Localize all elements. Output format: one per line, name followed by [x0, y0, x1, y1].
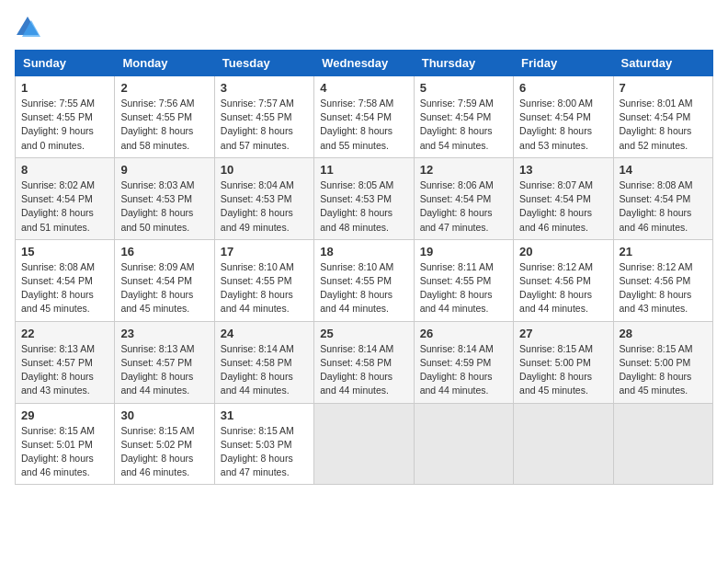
calendar-day-cell: 28 Sunrise: 8:15 AM Sunset: 5:00 PM Dayl… — [613, 321, 712, 403]
calendar-day-cell — [514, 403, 613, 485]
weekday-header: Sunday — [16, 51, 115, 76]
weekday-header: Thursday — [414, 51, 513, 76]
calendar-day-cell: 16 Sunrise: 8:09 AM Sunset: 4:54 PM Dayl… — [115, 239, 214, 321]
day-number: 3 — [221, 81, 308, 95]
day-info: Sunrise: 8:06 AM Sunset: 4:54 PM Dayligh… — [420, 178, 507, 235]
day-info: Sunrise: 7:55 AM Sunset: 4:55 PM Dayligh… — [21, 97, 108, 153]
day-info: Sunrise: 8:08 AM Sunset: 4:54 PM Dayligh… — [21, 260, 108, 316]
calendar-day-cell: 11 Sunrise: 8:05 AM Sunset: 4:53 PM Dayl… — [314, 157, 414, 239]
day-number: 27 — [519, 327, 607, 340]
day-number: 2 — [120, 81, 208, 95]
calendar-day-cell: 13 Sunrise: 8:07 AM Sunset: 4:54 PM Dayl… — [514, 157, 613, 239]
day-info: Sunrise: 8:11 AM Sunset: 4:55 PM Dayligh… — [420, 260, 507, 316]
day-info: Sunrise: 8:12 AM Sunset: 4:56 PM Dayligh… — [519, 260, 607, 316]
day-info: Sunrise: 7:56 AM Sunset: 4:55 PM Dayligh… — [120, 97, 208, 153]
calendar-day-cell: 1 Sunrise: 7:55 AM Sunset: 4:55 PM Dayli… — [16, 76, 115, 158]
day-number: 30 — [120, 408, 208, 422]
calendar-day-cell: 2 Sunrise: 7:56 AM Sunset: 4:55 PM Dayli… — [115, 76, 214, 158]
day-info: Sunrise: 8:01 AM Sunset: 4:54 PM Dayligh… — [620, 97, 707, 153]
day-info: Sunrise: 8:15 AM Sunset: 5:01 PM Dayligh… — [21, 424, 108, 480]
day-info: Sunrise: 8:03 AM Sunset: 4:53 PM Dayligh… — [120, 178, 208, 235]
calendar-day-cell: 20 Sunrise: 8:12 AM Sunset: 4:56 PM Dayl… — [514, 239, 613, 321]
day-info: Sunrise: 8:13 AM Sunset: 4:57 PM Dayligh… — [120, 342, 208, 398]
day-number: 15 — [21, 245, 108, 259]
day-number: 17 — [221, 245, 308, 259]
day-number: 4 — [320, 81, 407, 95]
logo-icon — [15, 15, 40, 40]
calendar-day-cell: 9 Sunrise: 8:03 AM Sunset: 4:53 PM Dayli… — [115, 157, 214, 239]
page-header — [15, 15, 713, 40]
weekday-header: Saturday — [613, 51, 712, 76]
day-number: 24 — [221, 327, 308, 340]
day-number: 13 — [519, 163, 607, 177]
day-info: Sunrise: 8:09 AM Sunset: 4:54 PM Dayligh… — [120, 260, 208, 316]
day-info: Sunrise: 8:05 AM Sunset: 4:53 PM Dayligh… — [320, 178, 407, 235]
calendar-table: SundayMondayTuesdayWednesdayThursdayFrid… — [15, 50, 713, 485]
calendar-day-cell: 12 Sunrise: 8:06 AM Sunset: 4:54 PM Dayl… — [414, 157, 513, 239]
calendar-day-cell: 6 Sunrise: 8:00 AM Sunset: 4:54 PM Dayli… — [514, 76, 613, 158]
calendar-week-row: 22 Sunrise: 8:13 AM Sunset: 4:57 PM Dayl… — [16, 321, 713, 403]
day-info: Sunrise: 8:14 AM Sunset: 4:59 PM Dayligh… — [420, 342, 507, 398]
day-number: 9 — [120, 163, 208, 177]
calendar-day-cell: 30 Sunrise: 8:15 AM Sunset: 5:02 PM Dayl… — [115, 403, 214, 485]
day-number: 8 — [21, 163, 108, 177]
day-info: Sunrise: 8:10 AM Sunset: 4:55 PM Dayligh… — [221, 260, 308, 316]
day-number: 31 — [221, 408, 308, 422]
day-info: Sunrise: 7:57 AM Sunset: 4:55 PM Dayligh… — [221, 97, 308, 153]
calendar-day-cell: 7 Sunrise: 8:01 AM Sunset: 4:54 PM Dayli… — [613, 76, 712, 158]
calendar-day-cell — [314, 403, 414, 485]
day-info: Sunrise: 8:02 AM Sunset: 4:54 PM Dayligh… — [21, 178, 108, 235]
calendar-day-cell: 8 Sunrise: 8:02 AM Sunset: 4:54 PM Dayli… — [16, 157, 115, 239]
weekday-header: Wednesday — [314, 51, 414, 76]
day-number: 16 — [120, 245, 208, 259]
day-info: Sunrise: 8:07 AM Sunset: 4:54 PM Dayligh… — [519, 178, 607, 235]
weekday-header: Tuesday — [214, 51, 313, 76]
day-number: 20 — [519, 245, 607, 259]
calendar-day-cell: 14 Sunrise: 8:08 AM Sunset: 4:54 PM Dayl… — [613, 157, 712, 239]
day-number: 10 — [221, 163, 308, 177]
logo — [15, 15, 44, 40]
calendar-day-cell: 26 Sunrise: 8:14 AM Sunset: 4:59 PM Dayl… — [414, 321, 513, 403]
calendar-day-cell: 5 Sunrise: 7:59 AM Sunset: 4:54 PM Dayli… — [414, 76, 513, 158]
calendar-week-row: 8 Sunrise: 8:02 AM Sunset: 4:54 PM Dayli… — [16, 157, 713, 239]
calendar-day-cell: 15 Sunrise: 8:08 AM Sunset: 4:54 PM Dayl… — [16, 239, 115, 321]
weekday-header: Friday — [514, 51, 613, 76]
calendar-day-cell: 3 Sunrise: 7:57 AM Sunset: 4:55 PM Dayli… — [214, 76, 313, 158]
calendar-day-cell: 18 Sunrise: 8:10 AM Sunset: 4:55 PM Dayl… — [314, 239, 414, 321]
calendar-day-cell: 25 Sunrise: 8:14 AM Sunset: 4:58 PM Dayl… — [314, 321, 414, 403]
day-info: Sunrise: 8:08 AM Sunset: 4:54 PM Dayligh… — [620, 178, 707, 235]
day-number: 5 — [420, 81, 507, 95]
day-number: 18 — [320, 245, 407, 259]
calendar-day-cell: 24 Sunrise: 8:14 AM Sunset: 4:58 PM Dayl… — [214, 321, 313, 403]
calendar-day-cell: 21 Sunrise: 8:12 AM Sunset: 4:56 PM Dayl… — [613, 239, 712, 321]
day-number: 23 — [120, 327, 208, 340]
calendar-week-row: 1 Sunrise: 7:55 AM Sunset: 4:55 PM Dayli… — [16, 76, 713, 158]
day-number: 26 — [420, 327, 507, 340]
day-info: Sunrise: 8:12 AM Sunset: 4:56 PM Dayligh… — [620, 260, 707, 316]
day-number: 25 — [320, 327, 407, 340]
day-number: 1 — [21, 81, 108, 95]
day-number: 22 — [21, 327, 108, 340]
calendar-header-row: SundayMondayTuesdayWednesdayThursdayFrid… — [16, 51, 713, 76]
day-number: 19 — [420, 245, 507, 259]
calendar-day-cell: 27 Sunrise: 8:15 AM Sunset: 5:00 PM Dayl… — [514, 321, 613, 403]
day-number: 29 — [21, 408, 108, 422]
day-number: 11 — [320, 163, 407, 177]
day-info: Sunrise: 8:10 AM Sunset: 4:55 PM Dayligh… — [320, 260, 407, 316]
calendar-day-cell: 31 Sunrise: 8:15 AM Sunset: 5:03 PM Dayl… — [214, 403, 313, 485]
calendar-day-cell: 17 Sunrise: 8:10 AM Sunset: 4:55 PM Dayl… — [214, 239, 313, 321]
day-number: 7 — [620, 81, 707, 95]
day-number: 6 — [519, 81, 607, 95]
day-info: Sunrise: 8:15 AM Sunset: 5:00 PM Dayligh… — [620, 342, 707, 398]
day-info: Sunrise: 8:04 AM Sunset: 4:53 PM Dayligh… — [221, 178, 308, 235]
weekday-header: Monday — [115, 51, 214, 76]
day-info: Sunrise: 8:14 AM Sunset: 4:58 PM Dayligh… — [320, 342, 407, 398]
calendar-day-cell: 19 Sunrise: 8:11 AM Sunset: 4:55 PM Dayl… — [414, 239, 513, 321]
calendar-day-cell: 29 Sunrise: 8:15 AM Sunset: 5:01 PM Dayl… — [16, 403, 115, 485]
calendar-day-cell — [613, 403, 712, 485]
calendar-day-cell: 4 Sunrise: 7:58 AM Sunset: 4:54 PM Dayli… — [314, 76, 414, 158]
day-number: 28 — [620, 327, 707, 340]
day-number: 12 — [420, 163, 507, 177]
day-info: Sunrise: 8:15 AM Sunset: 5:03 PM Dayligh… — [221, 424, 308, 480]
day-info: Sunrise: 8:00 AM Sunset: 4:54 PM Dayligh… — [519, 97, 607, 153]
